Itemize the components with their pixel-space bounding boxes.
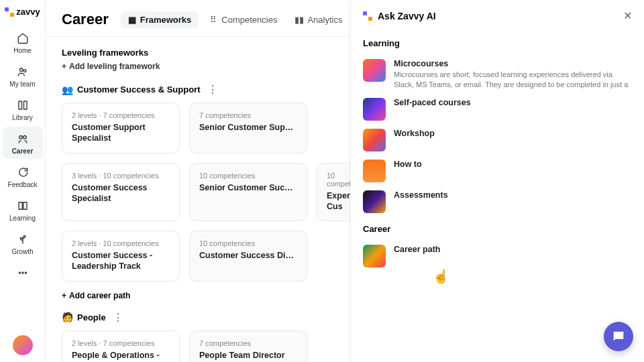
panel-body: Learning MicrocoursesMicrocourses are sh… [351, 32, 644, 362]
thumbnail [363, 245, 386, 267]
career-card[interactable]: 2 levels · 7 competenciesPeople & Operat… [62, 330, 180, 363]
logo-mark-icon [363, 11, 372, 21]
nav-growth[interactable]: Growth [3, 227, 43, 259]
nav-library[interactable]: Library [3, 93, 43, 125]
career-icon [16, 132, 30, 145]
plus-icon: + [62, 291, 66, 300]
nav-learning[interactable]: Learning [3, 194, 43, 226]
svg-point-4 [19, 136, 22, 139]
career-card[interactable]: 10 competenciesSenior Customer Suc… [189, 163, 307, 221]
svg-point-6 [19, 272, 20, 274]
page-title: Career [62, 11, 109, 28]
group-menu-icon[interactable]: ⋮ [110, 311, 126, 324]
panel-section-learning: Learning [363, 38, 632, 48]
nav-career[interactable]: Career [3, 127, 43, 159]
ask-ai-panel: Ask Zavvy AI ✕ Learning MicrocoursesMicr… [350, 0, 644, 362]
career-card[interactable]: 7 competenciesSenior Customer Sup… [189, 103, 307, 154]
tab-competencies[interactable]: ⠿ Competencies [202, 11, 284, 28]
career-card[interactable]: 2 levels · 7 competenciesCustomer Suppor… [62, 103, 180, 154]
team-icon [16, 65, 30, 78]
library-icon [16, 99, 30, 112]
thumbnail [363, 129, 386, 152]
group-menu-icon[interactable]: ⋮ [205, 83, 221, 96]
nav-feedback[interactable]: Feedback [3, 160, 43, 192]
ai-item-howto[interactable]: How to [363, 156, 632, 186]
panel-section-career: Career [363, 224, 632, 234]
nav-more[interactable] [3, 261, 43, 284]
ai-item-careerpath[interactable]: Career path [363, 241, 632, 272]
ai-item-selfpaced[interactable]: Self-paced courses [363, 94, 632, 125]
thumbnail [363, 59, 386, 82]
analytics-icon: ▮▮ [294, 15, 304, 24]
career-card[interactable]: 2 levels · 10 competenciesCustomer Succe… [62, 231, 180, 282]
frameworks-icon: ▦ [127, 15, 137, 24]
svg-point-1 [23, 70, 26, 72]
people-emoji-icon: 👥 [62, 84, 73, 95]
thumbnail [363, 160, 386, 182]
plus-icon: + [62, 62, 66, 71]
home-icon [16, 32, 30, 45]
career-card[interactable]: 3 levels · 10 competenciesCustomer Succe… [62, 163, 180, 221]
tab-frameworks[interactable]: ▦ Frameworks [121, 11, 199, 28]
svg-point-0 [19, 68, 23, 72]
ai-item-assessments[interactable]: Assessments [363, 186, 632, 217]
thumbnail [363, 98, 386, 121]
person-emoji-icon: 🧑 [62, 312, 73, 322]
svg-point-8 [25, 272, 26, 274]
nav-myteam[interactable]: My team [3, 60, 43, 92]
nav-home[interactable]: Home [3, 26, 43, 58]
panel-title: Ask Zavvy AI [378, 11, 436, 21]
sidebar: zavvy Home My team Library Career Feedba… [0, 0, 46, 362]
growth-icon [16, 233, 30, 246]
svg-rect-2 [19, 101, 22, 109]
brand-logo[interactable]: zavvy [5, 7, 40, 17]
svg-rect-3 [23, 101, 27, 109]
learning-icon [16, 199, 30, 213]
ai-item-microcourses[interactable]: MicrocoursesMicrocourses are short, focu… [363, 55, 632, 94]
competencies-icon: ⠿ [209, 15, 218, 24]
svg-point-7 [21, 272, 23, 274]
career-card[interactable]: 7 competenciesPeople Team Director [189, 330, 307, 363]
panel-header: Ask Zavvy AI ✕ [351, 0, 644, 32]
tab-analytics[interactable]: ▮▮ Analytics [288, 11, 349, 28]
svg-point-5 [23, 136, 26, 139]
close-icon[interactable]: ✕ [623, 9, 632, 22]
logo-mark-icon [5, 7, 14, 17]
brand-text: zavvy [16, 7, 40, 17]
ai-item-workshop[interactable]: Workshop [363, 125, 632, 156]
career-card[interactable]: 10 competenciesCustomer Success Di… [189, 231, 307, 282]
chat-icon [611, 329, 626, 344]
dots-icon [16, 266, 30, 280]
thumbnail [363, 190, 386, 213]
feedback-icon [16, 166, 30, 179]
user-avatar[interactable] [13, 335, 33, 355]
chat-fab[interactable] [604, 322, 633, 351]
main: Career ▦ Frameworks ⠿ Competencies ▮▮ An… [46, 0, 644, 362]
